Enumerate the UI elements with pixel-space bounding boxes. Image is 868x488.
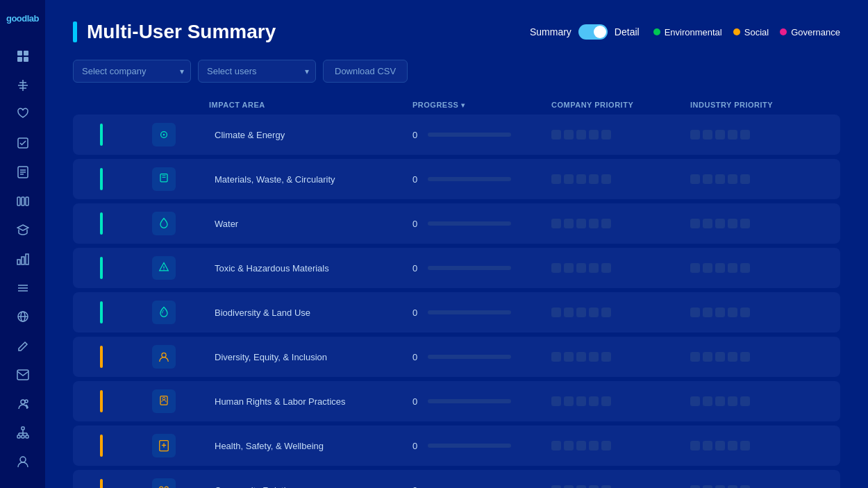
priority-dot xyxy=(728,485,737,488)
title-group: Multi-User Summary xyxy=(73,21,276,43)
sidebar-item-team[interactable] xyxy=(9,392,37,417)
row-icon-wrap xyxy=(152,167,176,191)
sidebar-item-org[interactable] xyxy=(9,421,37,446)
priority-dot xyxy=(589,263,599,273)
row-icon-wrap xyxy=(152,434,176,457)
progress-sort-icon[interactable]: ▾ xyxy=(461,101,465,109)
sidebar-item-analytics[interactable] xyxy=(9,246,37,271)
priority-dot xyxy=(576,396,586,406)
sidebar-item-tasks[interactable] xyxy=(9,131,37,155)
priority-dot xyxy=(690,308,700,317)
download-csv-button[interactable]: Download CSV xyxy=(323,60,408,83)
table-row[interactable]: Health, Safety, & Wellbeing0 xyxy=(73,426,840,466)
progress-bar-track xyxy=(428,221,511,226)
table-row[interactable]: Water0 xyxy=(73,203,840,244)
row-impact-name: Materials, Waste, & Circularity xyxy=(209,174,412,185)
progress-cell: 0 xyxy=(412,130,551,140)
row-accent-bar xyxy=(100,390,103,412)
sidebar-item-training[interactable] xyxy=(9,217,37,242)
progress-cell: 0 xyxy=(412,308,551,318)
industry-priority-cell xyxy=(690,219,829,228)
sidebar-item-library[interactable] xyxy=(9,189,37,214)
progress-number: 0 xyxy=(412,263,421,274)
priority-dot xyxy=(715,441,725,451)
table-row[interactable]: Climate & Energy0 xyxy=(73,115,840,155)
table-row[interactable]: Materials, Waste, & Circularity0 xyxy=(73,159,840,199)
industry-priority-cell xyxy=(690,174,829,184)
row-impact-name: Diversity, Equity, & Inclusion xyxy=(209,352,412,362)
table-row[interactable]: Diversity, Equity, & Inclusion0 xyxy=(73,337,840,377)
row-impact-name: Toxic & Hazardous Materials xyxy=(209,263,412,274)
table-row[interactable]: Human Rights & Labor Practices0 xyxy=(73,381,840,421)
svg-point-47 xyxy=(162,397,165,400)
priority-dot xyxy=(564,130,574,140)
sidebar-item-filter[interactable] xyxy=(9,73,37,98)
sidebar-item-profile[interactable] xyxy=(9,449,37,474)
priority-dot xyxy=(690,219,700,228)
legend-social: Social xyxy=(733,27,769,37)
header-icon-col xyxy=(119,101,209,109)
industry-priority-cell xyxy=(690,396,829,406)
sidebar-item-list[interactable] xyxy=(9,276,37,301)
priority-dot xyxy=(589,174,599,184)
priority-dot xyxy=(703,130,712,140)
summary-detail-toggle[interactable] xyxy=(578,24,608,40)
svg-point-44 xyxy=(163,269,164,270)
sidebar-item-dashboard[interactable] xyxy=(9,44,37,69)
svg-rect-1 xyxy=(24,51,28,56)
progress-bar-track xyxy=(428,355,511,359)
row-accent-bar xyxy=(100,124,103,146)
sidebar-item-network[interactable] xyxy=(9,305,37,330)
company-priority-cell xyxy=(551,219,690,228)
row-accent-bar xyxy=(100,168,103,190)
priority-dot xyxy=(601,441,611,451)
priority-dot xyxy=(564,352,574,362)
priority-dot xyxy=(740,485,750,488)
priority-dot xyxy=(740,263,750,273)
svg-rect-2 xyxy=(17,57,22,62)
svg-rect-17 xyxy=(22,257,24,264)
priority-dot xyxy=(551,130,561,140)
row-accent-bar xyxy=(100,212,103,235)
table-row[interactable]: Toxic & Hazardous Materials0 xyxy=(73,248,840,288)
priority-dot xyxy=(576,263,586,273)
priority-dot xyxy=(589,130,599,140)
users-select[interactable]: Select users xyxy=(198,60,316,83)
sidebar-item-mail[interactable] xyxy=(9,362,37,387)
priority-dot xyxy=(715,174,725,184)
priority-dot xyxy=(740,441,750,451)
priority-dot xyxy=(715,352,725,362)
table-row[interactable]: Biodiversity & Land Use0 xyxy=(73,292,840,333)
legend-environmental: Environmental xyxy=(653,27,722,37)
svg-rect-13 xyxy=(17,197,20,205)
priority-dot xyxy=(551,396,561,406)
sidebar-item-edit[interactable] xyxy=(9,333,37,358)
main-content: Multi-User Summary Summary Detail Enviro… xyxy=(45,0,868,488)
company-priority-cell xyxy=(551,485,690,488)
progress-number: 0 xyxy=(412,174,421,185)
company-select[interactable]: Select company xyxy=(73,60,191,83)
row-impact-name: Water xyxy=(209,219,412,229)
company-priority-cell xyxy=(551,130,690,140)
priority-dot xyxy=(703,396,712,406)
sidebar-item-favorites[interactable] xyxy=(9,101,37,126)
svg-point-37 xyxy=(20,457,26,462)
priority-dot xyxy=(601,130,611,140)
progress-number: 0 xyxy=(412,485,421,489)
svg-rect-16 xyxy=(17,260,20,264)
company-priority-cell xyxy=(551,441,690,451)
company-priority-cell xyxy=(551,174,690,184)
priority-dot xyxy=(576,441,586,451)
priority-dot xyxy=(728,352,737,362)
priority-dot xyxy=(690,396,700,406)
page-header: Multi-User Summary Summary Detail Enviro… xyxy=(73,21,840,43)
priority-dot xyxy=(601,308,611,317)
priority-dot xyxy=(576,485,586,488)
priority-dot xyxy=(576,130,586,140)
sidebar-item-reports[interactable] xyxy=(9,160,37,185)
priority-dot xyxy=(601,396,611,406)
priority-dot xyxy=(728,263,737,273)
progress-cell: 0 xyxy=(412,485,551,489)
table-row[interactable]: Community Relations0 xyxy=(73,470,840,488)
priority-dot xyxy=(564,174,574,184)
